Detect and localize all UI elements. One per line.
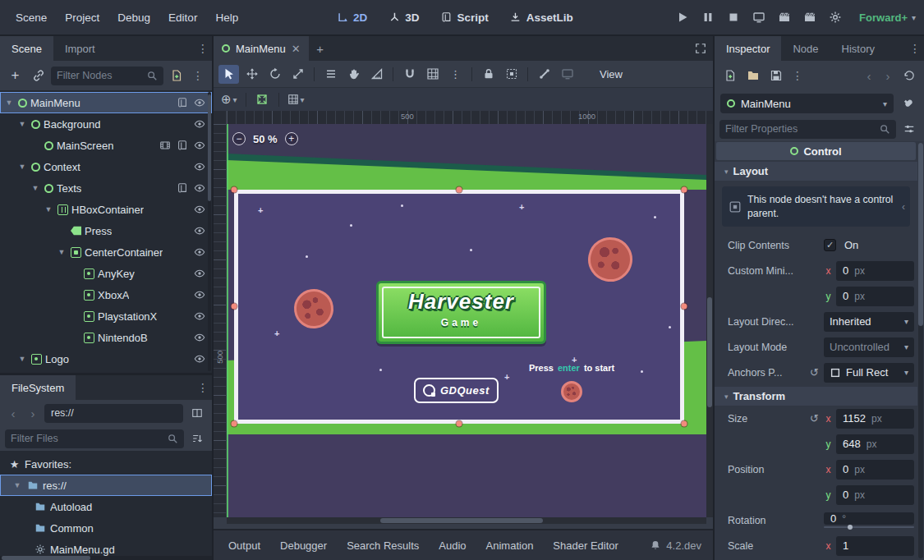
filesystem-hscrollbar[interactable] <box>0 556 212 560</box>
filesystem-item-common[interactable]: Common <box>0 517 212 539</box>
layout-mode-dropdown[interactable]: Uncontrolled ▾ <box>824 337 914 357</box>
tree-node-texts[interactable]: ▼ Texts <box>0 177 212 199</box>
selection-handle[interactable] <box>457 421 462 427</box>
selection-handle[interactable] <box>682 187 687 193</box>
open-instance-icon[interactable] <box>159 140 171 151</box>
notification-bell-icon[interactable] <box>650 539 661 551</box>
selection-handle[interactable] <box>682 421 687 427</box>
expander-icon[interactable]: ▼ <box>3 99 15 107</box>
select-tool-button[interactable] <box>218 65 239 84</box>
menu-help[interactable]: Help <box>206 7 247 28</box>
selection-handle[interactable] <box>232 304 237 310</box>
canvas-hscrollbar[interactable] <box>227 517 706 524</box>
revert-icon[interactable]: ↺ <box>808 366 821 379</box>
tab-2d[interactable]: 2D <box>337 11 367 24</box>
cookie-sprite-small[interactable] <box>561 381 582 402</box>
tree-node-logo[interactable]: ▼ Logo <box>0 348 212 370</box>
split-view-icon[interactable] <box>186 404 207 423</box>
2d-canvas[interactable]: + + + + + + <box>227 124 706 517</box>
scene-tree-options-icon[interactable]: ⋮ <box>189 69 207 82</box>
menu-debug[interactable]: Debug <box>108 7 159 28</box>
visibility-eye-icon[interactable] <box>194 97 205 108</box>
path-input[interactable] <box>44 407 183 419</box>
dock-menu-icon[interactable]: ⋮ <box>906 36 924 61</box>
clip-contents-checkbox[interactable]: ✓ <box>824 239 836 251</box>
expander-icon[interactable]: ▼ <box>16 120 28 128</box>
bottom-tab-audio[interactable]: Audio <box>430 535 474 556</box>
scene-tree-scrollbar[interactable] <box>208 92 211 371</box>
tree-node-anykey[interactable]: AnyKey <box>0 263 212 284</box>
resource-options-icon[interactable]: ⋮ <box>788 69 807 82</box>
lock-selected-button[interactable] <box>478 65 499 84</box>
rotate-tool-button[interactable] <box>264 65 285 84</box>
bottom-tab-shader-editor[interactable]: Shader Editor <box>545 535 627 556</box>
close-icon[interactable]: ✕ <box>292 43 301 55</box>
expander-icon[interactable]: ▼ <box>16 163 28 171</box>
filesystem-item-res[interactable]: ▼ res:// <box>0 475 212 496</box>
zoom-level[interactable]: 50 % <box>253 133 278 145</box>
snap-options-menu-icon[interactable]: ⋮ <box>445 65 466 84</box>
zoom-in-button[interactable]: + <box>285 132 298 145</box>
play-button[interactable] <box>673 7 692 27</box>
property-filter-options-icon[interactable] <box>899 120 919 139</box>
tab-import[interactable]: Import <box>53 36 107 61</box>
position-y-field[interactable]: 0 px <box>836 485 914 505</box>
object-tools-icon[interactable] <box>898 94 918 113</box>
skeleton-options-button[interactable] <box>534 65 554 84</box>
tree-node-press[interactable]: Press <box>0 220 212 241</box>
grid-options-button[interactable]: ▾ <box>285 90 307 109</box>
tab-script[interactable]: Script <box>440 11 488 24</box>
tree-node-context[interactable]: ▼ Context <box>0 156 212 177</box>
collapse-notice-icon[interactable]: ‹ <box>902 201 905 213</box>
visibility-eye-icon[interactable] <box>194 161 205 172</box>
tree-node-playstationx[interactable]: PlaystationX <box>0 305 212 327</box>
crosshair-menu-button[interactable]: ⊕▾ <box>218 90 240 109</box>
object-selector-dropdown[interactable]: MainMenu ▾ <box>720 94 894 113</box>
instance-scene-button[interactable] <box>28 67 48 85</box>
anchors-preset-button[interactable] <box>252 90 273 109</box>
dock-menu-icon[interactable]: ⋮ <box>194 36 212 61</box>
filesystem-item-autoload[interactable]: Autoload <box>0 496 212 517</box>
filter-properties-input[interactable] <box>725 123 875 135</box>
tab-scene[interactable]: Scene <box>0 36 53 61</box>
tab-filesystem[interactable]: FileSystem <box>0 375 76 400</box>
filter-files-search[interactable] <box>5 429 184 448</box>
smart-snap-toggle[interactable] <box>399 65 420 84</box>
visibility-eye-icon[interactable] <box>194 246 205 258</box>
selection-handle[interactable] <box>682 304 687 310</box>
revert-icon[interactable]: ↺ <box>808 412 821 425</box>
remote-debug-button[interactable] <box>749 7 769 27</box>
bottom-tab-debugger[interactable]: Debugger <box>272 535 335 556</box>
nav-forward-icon[interactable]: › <box>25 404 41 422</box>
layout-direction-dropdown[interactable]: Inherited ▾ <box>824 312 914 332</box>
new-resource-button[interactable] <box>719 67 740 85</box>
zoom-out-button[interactable]: − <box>232 132 246 145</box>
scene-tab-mainmenu[interactable]: MainMenu ✕ <box>214 36 309 61</box>
tab-node[interactable]: Node <box>781 36 830 61</box>
script-icon[interactable] <box>177 182 188 194</box>
move-tool-button[interactable] <box>241 65 262 84</box>
pan-tool-button[interactable] <box>343 65 364 84</box>
ruler-tool-button[interactable] <box>366 65 387 84</box>
custom-min-x-field[interactable]: 0 px <box>836 261 914 281</box>
tree-node-mainscreen[interactable]: MainScreen <box>0 135 212 156</box>
load-resource-button[interactable] <box>742 67 763 85</box>
expander-icon[interactable]: ▼ <box>11 481 23 489</box>
history-forward-icon[interactable]: › <box>880 67 896 85</box>
custom-min-y-field[interactable]: 0 px <box>836 287 914 306</box>
selection-handle[interactable] <box>232 421 237 427</box>
expander-icon[interactable]: ▼ <box>16 355 28 363</box>
tree-node-mainmenu[interactable]: ▼ MainMenu <box>0 92 212 113</box>
visibility-eye-icon[interactable] <box>194 353 205 365</box>
selection-handle[interactable] <box>232 187 237 193</box>
favorites-header[interactable]: ★ Favorites: <box>0 453 212 475</box>
rotation-slider[interactable] <box>824 526 914 528</box>
filter-nodes-input[interactable] <box>57 70 142 81</box>
stop-button[interactable] <box>724 7 743 27</box>
visibility-eye-icon[interactable] <box>194 204 205 215</box>
bottom-tab-search-results[interactable]: Search Results <box>338 535 427 556</box>
dock-menu-icon[interactable]: ⋮ <box>194 375 212 400</box>
bottom-tab-animation[interactable]: Animation <box>478 535 542 556</box>
expander-icon[interactable]: ▼ <box>56 248 67 256</box>
movie-maker-button[interactable] <box>825 7 845 27</box>
